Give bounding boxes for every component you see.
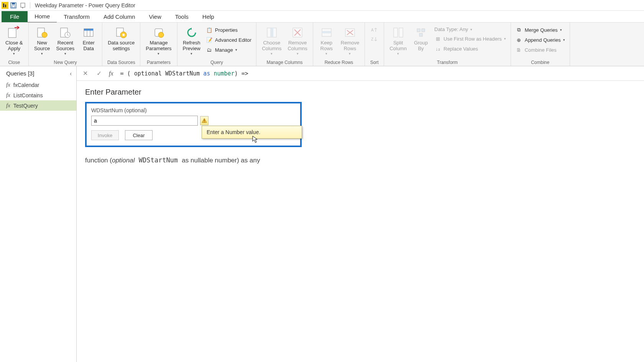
main-area: ✕ ✓ fx = ( optional WDStartNum as number… — [77, 66, 644, 362]
commit-formula-icon[interactable]: ✓ — [94, 68, 104, 79]
manage-button[interactable]: 🗂Manage ▾ — [204, 46, 253, 54]
keep-rows-icon — [320, 26, 334, 39]
close-apply-label: Close & Apply — [5, 40, 23, 52]
formula-text[interactable]: = ( optional WDStartNum as number) => — [117, 70, 641, 77]
remove-columns-icon — [291, 26, 304, 39]
recent-sources-button[interactable]: Recent Sources ▾ — [54, 24, 77, 57]
svg-rect-35 — [204, 121, 205, 122]
choose-columns-icon — [265, 26, 279, 39]
tab-view[interactable]: View — [142, 11, 168, 22]
warning-icon[interactable] — [200, 116, 209, 125]
queries-header: Queries [3] ‹ — [0, 66, 76, 80]
sort-asc-button: A — [371, 26, 378, 33]
advanced-editor-icon: 📝 — [206, 36, 213, 43]
tab-add-column[interactable]: Add Column — [97, 11, 142, 22]
query-item-testquery[interactable]: fxTestQuery — [0, 100, 76, 111]
svg-rect-32 — [422, 29, 425, 32]
tab-tools[interactable]: Tools — [168, 11, 196, 22]
tab-transform[interactable]: Transform — [57, 11, 97, 22]
chevron-down-icon: ▾ — [64, 52, 66, 56]
append-icon: ⊕ — [516, 36, 522, 43]
queries-pane: Queries [3] ‹ fxfxCalendar fxListContain… — [0, 66, 77, 362]
tab-home[interactable]: Home — [28, 11, 57, 23]
svg-rect-33 — [419, 33, 422, 36]
chevron-down-icon: ▾ — [158, 52, 159, 56]
svg-rect-2 — [5, 5, 6, 7]
chevron-down-icon: ▾ — [191, 52, 192, 56]
combine-files-icon: 🗎 — [516, 46, 522, 53]
enter-parameter-heading: Enter Parameter — [85, 88, 636, 97]
sort-asc-icon: A — [371, 26, 378, 33]
enter-data-button[interactable]: Enter Data — [78, 24, 99, 53]
group-by-icon — [414, 26, 428, 39]
parameter-input[interactable] — [91, 116, 198, 126]
fx-icon: fx — [6, 102, 10, 109]
enter-data-icon — [82, 26, 95, 39]
manage-parameters-icon — [152, 26, 166, 39]
ribbon: Close & Apply ▾ Close New Source ▾ Recen… — [0, 22, 644, 66]
ribbon-group-parameters: Manage Parameters ▾ Parameters — [140, 23, 177, 66]
remove-rows-icon — [343, 26, 357, 39]
svg-rect-29 — [394, 28, 398, 37]
svg-point-20 — [158, 32, 164, 38]
query-item-fxcalendar[interactable]: fxfxCalendar — [0, 80, 76, 90]
chevron-down-icon: ▾ — [13, 52, 15, 56]
group-by-button: Group By — [411, 24, 431, 53]
data-source-settings-icon — [114, 26, 128, 39]
manage-parameters-button[interactable]: Manage Parameters ▾ — [143, 24, 174, 57]
replace-icon: ↓₂ — [434, 45, 441, 52]
svg-text:Z: Z — [371, 37, 373, 41]
refresh-preview-button[interactable]: Refresh Preview ▾ — [181, 24, 203, 57]
merge-icon: ⧉ — [516, 26, 522, 33]
svg-rect-25 — [322, 31, 331, 33]
data-source-settings-button[interactable]: Data source settings — [105, 24, 137, 53]
tab-help[interactable]: Help — [196, 11, 221, 22]
ribbon-group-reduce-rows: Keep Rows ▾ Remove Rows ▾ Reduce Rows — [313, 23, 365, 66]
new-source-button[interactable]: New Source ▾ — [32, 24, 53, 57]
svg-rect-30 — [399, 28, 403, 37]
ribbon-group-query: Refresh Preview ▾ 📋Properties 📝Advanced … — [177, 23, 257, 66]
properties-icon: 📋 — [206, 26, 213, 33]
group-label-close: Close — [3, 59, 25, 65]
advanced-editor-button[interactable]: 📝Advanced Editor — [204, 36, 253, 44]
svg-rect-5 — [12, 6, 15, 8]
first-row-headers-button: ⊞Use First Row as Headers ▾ — [433, 34, 508, 43]
separator — [30, 2, 30, 8]
new-source-icon — [35, 26, 49, 39]
validation-tooltip: Enter a Number value. — [202, 126, 302, 139]
fx-label-icon: fx — [109, 70, 113, 77]
ribbon-group-new-query: New Source ▾ Recent Sources ▾ Enter Data… — [29, 23, 103, 66]
close-apply-button[interactable]: Close & Apply ▾ — [3, 24, 25, 57]
close-apply-icon — [7, 26, 21, 39]
svg-point-18 — [122, 34, 125, 36]
headers-icon: ⊞ — [434, 35, 441, 42]
fx-icon: fx — [6, 82, 10, 88]
tab-file[interactable]: File — [2, 11, 28, 22]
ribbon-group-sort: A Z Sort — [365, 23, 384, 66]
window-title: Weekday Parameter - Power Query Editor — [35, 2, 135, 8]
formula-bar: ✕ ✓ fx = ( optional WDStartNum as number… — [77, 66, 644, 81]
cancel-formula-icon[interactable]: ✕ — [80, 68, 90, 79]
clear-button[interactable]: Clear — [125, 130, 153, 140]
refresh-icon — [185, 26, 199, 39]
fx-icon: fx — [6, 92, 10, 98]
collapse-pane-icon[interactable]: ‹ — [70, 70, 72, 77]
qat-dropdown-icon[interactable] — [20, 2, 27, 9]
combine-files-button: 🗎Combine Files — [514, 46, 567, 54]
svg-rect-13 — [84, 29, 93, 31]
split-column-button: Split Column ▾ — [387, 24, 409, 57]
data-type-button: Data Type: Any ▾ — [433, 26, 508, 33]
sort-desc-icon: Z — [371, 36, 378, 43]
choose-columns-button: Choose Columns ▾ — [260, 24, 284, 57]
query-item-listcontains[interactable]: fxListContains — [0, 90, 76, 100]
properties-button[interactable]: 📋Properties — [204, 26, 253, 34]
invoke-button: Invoke — [91, 130, 119, 140]
svg-rect-31 — [417, 29, 420, 32]
sort-desc-button: Z — [371, 36, 378, 43]
save-icon[interactable] — [10, 2, 17, 9]
split-column-icon — [391, 26, 405, 39]
svg-rect-22 — [270, 28, 273, 37]
svg-rect-34 — [204, 120, 205, 121]
merge-queries-button[interactable]: ⧉Merge Queries ▾ — [514, 26, 567, 34]
append-queries-button[interactable]: ⊕Append Queries ▾ — [514, 36, 567, 44]
